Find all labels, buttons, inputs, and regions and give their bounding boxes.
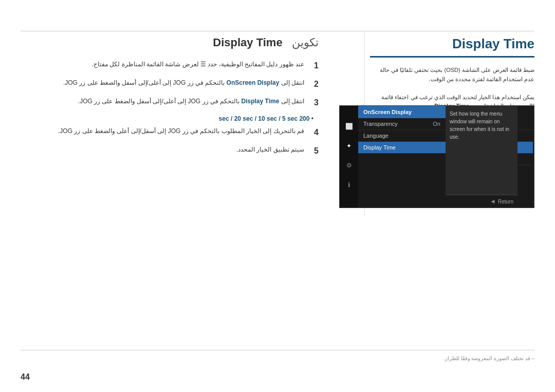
brightness-icon: ✦	[344, 141, 354, 151]
page-number: 44	[21, 372, 30, 382]
osd-info-text: Set how long the menu window will remain…	[450, 111, 509, 140]
display-time-label: Display Time	[363, 144, 440, 151]
step-3-number: 3	[310, 97, 319, 109]
title-arabic: تكوين	[292, 36, 319, 49]
step-2-highlight: OnScreen Display	[227, 79, 280, 86]
instruction-list: 1 عند ظهور دليل المفاتيح الوظيفية، حدد ☰…	[21, 60, 319, 109]
transparency-label: Transparency	[363, 121, 433, 127]
step-3-text: انتقل إلى Display Time بالتحكم في زر JOG…	[21, 97, 304, 106]
left-column: تكوين Display Time 1 عند ظهور دليل المفا…	[21, 36, 319, 163]
step-1: 1 عند ظهور دليل المفاتيح الوظيفية، حدد ☰…	[21, 60, 319, 72]
top-border-line	[21, 31, 534, 31]
step-2-number: 2	[310, 78, 319, 90]
title-english: Display Time	[213, 36, 282, 49]
step-4-text: قم بالتحريك إلى الخيار المطلوب بالتحكم ف…	[21, 126, 304, 136]
step-2-text: انتقل إلى OnScreen Display بالتحكم في زر…	[21, 78, 304, 87]
bullet-text: 200 sec / 20 sec / 10 sec / 5 sec	[219, 115, 310, 122]
note-dash: –	[530, 356, 534, 361]
step-5: 5 سيتم تطبيق الخيار المحدد.	[21, 145, 319, 157]
transparency-value: On	[433, 121, 440, 127]
osd-header: OnScreen Display	[358, 106, 446, 118]
bullet-item: 200 sec / 20 sec / 10 sec / 5 sec	[21, 115, 319, 122]
section-title: تكوين Display Time	[21, 36, 319, 49]
osd-info-panel: Set how long the menu window will remain…	[446, 106, 517, 208]
right-column: Display Time ضبط قائمة العرض على الشاشة …	[370, 36, 534, 111]
settings-icon: ⚙	[344, 160, 354, 171]
desc-text: ضبط قائمة العرض على الشاشة (OSD) بحيث تخ…	[380, 67, 534, 82]
step-5-number: 5	[310, 145, 319, 157]
step-4-number: 4	[310, 126, 319, 139]
osd-menu-display-time: Display Time	[358, 142, 446, 154]
osd-menu-transparency: Transparency On	[358, 118, 446, 130]
step-4: 4 قم بالتحريك إلى الخيار المطلوب بالتحكم…	[21, 126, 319, 139]
osd-mockup: ⬜ ✦ ⚙ ℹ OnScreen Display Transparency On…	[339, 105, 534, 208]
bottom-section: – قد تختلف الصورة المعروضة وفقًا للطراز.	[21, 350, 534, 361]
display-icon: ⬜	[344, 121, 354, 132]
return-arrow-icon: ◄	[490, 197, 496, 206]
osd-return-button: ◄ Return	[446, 195, 517, 208]
osd-menu-language: Language	[358, 130, 446, 142]
step-2: 2 انتقل إلى OnScreen Display بالتحكم في …	[21, 78, 319, 90]
bottom-border-line	[21, 350, 534, 350]
step-3-highlight: Display Time	[242, 98, 280, 105]
osd-icon-sidebar: ⬜ ✦ ⚙ ℹ	[340, 106, 358, 208]
info-icon: ℹ	[344, 180, 354, 190]
return-label: Return	[498, 198, 513, 206]
step-3: 3 انتقل إلى Display Time بالتحكم في زر J…	[21, 97, 319, 109]
step-1-number: 1	[310, 60, 319, 72]
step-5-text: سيتم تطبيق الخيار المحدد.	[21, 145, 304, 154]
note-text: قد تختلف الصورة المعروضة وفقًا للطراز.	[443, 356, 530, 361]
step-1-text: عند ظهور دليل المفاتيح الوظيفية، حدد ☰ ل…	[21, 60, 304, 69]
instruction-list-2: 4 قم بالتحريك إلى الخيار المطلوب بالتحكم…	[21, 126, 319, 157]
page-title: Display Time	[370, 36, 534, 58]
language-label: Language	[363, 133, 440, 139]
bottom-note: – قد تختلف الصورة المعروضة وفقًا للطراز.	[21, 356, 534, 361]
osd-menu-panel: OnScreen Display Transparency On Languag…	[358, 106, 446, 208]
right-description: ضبط قائمة العرض على الشاشة (OSD) بحيث تخ…	[370, 66, 534, 111]
